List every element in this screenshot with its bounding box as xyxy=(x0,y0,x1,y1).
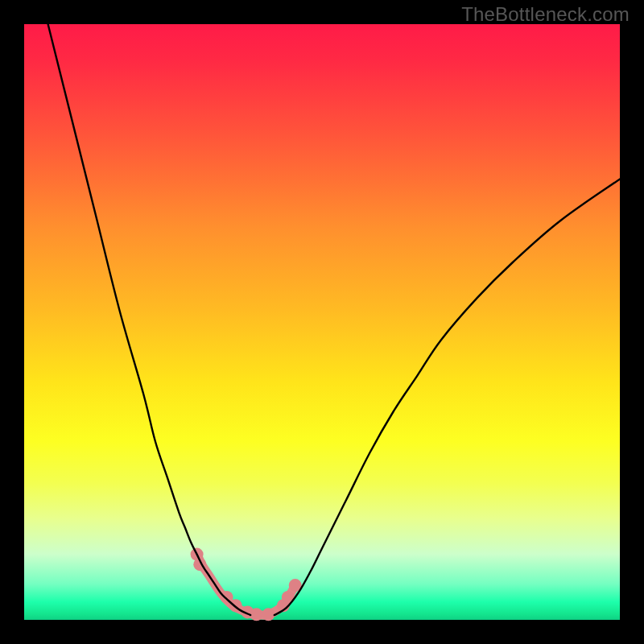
chart-svg xyxy=(24,24,620,620)
plot-area xyxy=(24,24,620,620)
left-curve xyxy=(48,24,251,615)
data-dot xyxy=(250,608,263,621)
data-dot xyxy=(262,608,275,621)
chart-root: TheBottleneck.com xyxy=(0,0,644,644)
watermark-text: TheBottleneck.com xyxy=(461,3,630,26)
right-curve xyxy=(275,179,620,615)
